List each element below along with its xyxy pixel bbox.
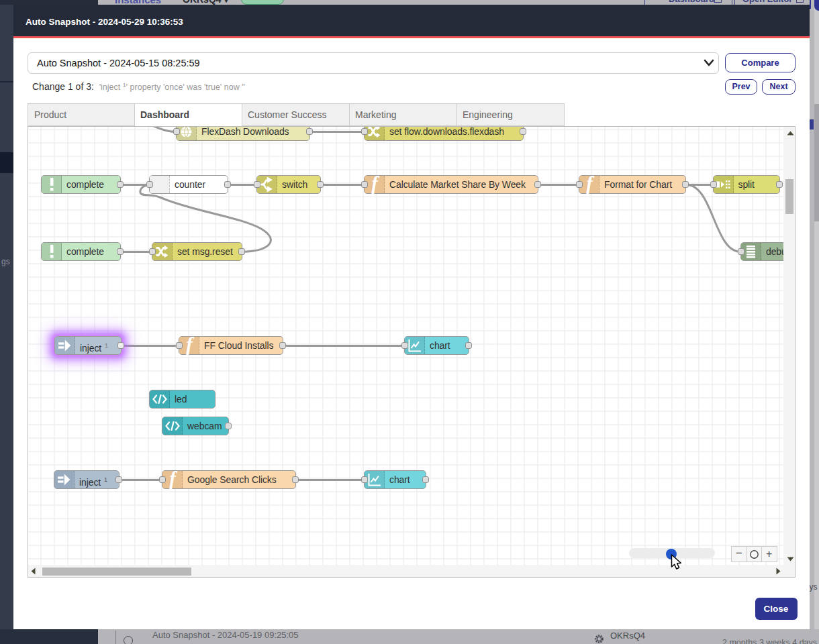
svg-text:f: f (371, 172, 380, 194)
svg-text:f: f (186, 333, 195, 355)
svg-text:f: f (169, 468, 178, 489)
svg-text:f: f (586, 172, 595, 194)
